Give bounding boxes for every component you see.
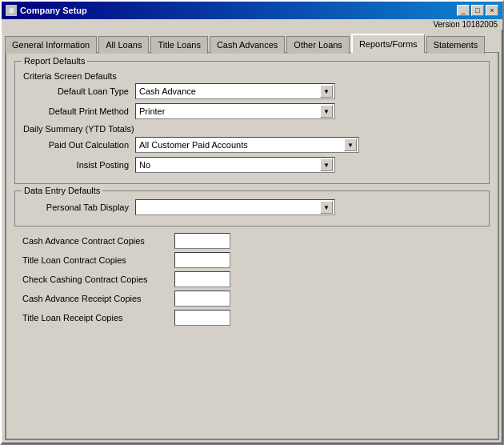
title-buttons: _ □ × xyxy=(457,5,498,16)
close-button[interactable]: × xyxy=(486,5,498,16)
print-method-dropdown-arrow[interactable]: ▼ xyxy=(320,105,333,118)
tab-other-loans[interactable]: Other Loans xyxy=(286,36,350,54)
tab-general-information-label: General Information xyxy=(12,40,90,50)
version-bar: Version 10182005 xyxy=(2,19,502,30)
data-entry-defaults-title: Data Entry Defaults xyxy=(22,186,102,195)
main-window: 🖥 Company Setup _ □ × Version 10182005 G… xyxy=(0,0,504,445)
personal-tab-label: Personal Tab Display xyxy=(23,202,135,212)
title-bar-left: 🖥 Company Setup xyxy=(6,5,87,16)
criteria-section-label: Criteria Screen Defaults xyxy=(23,71,481,81)
loan-type-dropdown-arrow[interactable]: ▼ xyxy=(320,85,333,98)
title-loan-receipt-input[interactable] xyxy=(174,310,230,326)
paid-out-dropdown-arrow[interactable]: ▼ xyxy=(344,138,357,151)
print-method-row: Default Print Method Printer ▼ xyxy=(23,103,481,119)
personal-tab-dropdown[interactable]: ▼ xyxy=(135,199,335,215)
print-method-label: Default Print Method xyxy=(23,106,135,116)
cash-advance-contract-input[interactable] xyxy=(174,233,230,249)
tab-reports-forms-label: Reports/Forms xyxy=(359,39,418,49)
print-method-value: Printer xyxy=(139,106,320,116)
tab-title-loans-label: Title Loans xyxy=(158,40,200,50)
tab-cash-advances[interactable]: Cash Advances xyxy=(210,36,285,54)
window-icon: 🖥 xyxy=(6,5,17,16)
copies-section: Cash Advance Contract Copies Title Loan … xyxy=(14,233,490,326)
tab-title-loans[interactable]: Title Loans xyxy=(150,36,207,54)
report-defaults-group: Report Defaults Criteria Screen Defaults… xyxy=(14,61,490,184)
tab-cash-advances-label: Cash Advances xyxy=(217,40,278,50)
personal-tab-dropdown-arrow[interactable]: ▼ xyxy=(320,201,333,214)
title-loan-contract-input[interactable] xyxy=(174,252,230,268)
check-cashing-contract-label: Check Cashing Contract Copies xyxy=(22,275,174,284)
tabs-row: General Information All Loans Title Loan… xyxy=(2,30,502,52)
tab-general-information[interactable]: General Information xyxy=(5,36,97,54)
insist-posting-dropdown[interactable]: No ▼ xyxy=(135,157,335,173)
data-entry-defaults-group: Data Entry Defaults Personal Tab Display… xyxy=(14,190,490,227)
cash-advance-receipt-row: Cash Advance Receipt Copies xyxy=(22,291,490,307)
version-text: Version 10182005 xyxy=(433,20,498,29)
tab-statements-label: Statements xyxy=(434,40,478,50)
tab-all-loans[interactable]: All Loans xyxy=(98,36,149,54)
minimize-button[interactable]: _ xyxy=(457,5,470,16)
maximize-button[interactable]: □ xyxy=(471,5,484,16)
loan-type-value: Cash Advance xyxy=(139,86,320,96)
cash-advance-contract-label: Cash Advance Contract Copies xyxy=(22,236,174,246)
tab-all-loans-label: All Loans xyxy=(106,40,142,50)
paid-out-row: Paid Out Calculation All Customer Paid A… xyxy=(23,137,481,153)
title-bar: 🖥 Company Setup _ □ × xyxy=(2,2,502,19)
tab-statements[interactable]: Statements xyxy=(426,36,486,54)
tab-other-loans-label: Other Loans xyxy=(294,40,342,50)
paid-out-value: All Customer Paid Accounts xyxy=(139,140,344,150)
check-cashing-contract-input[interactable] xyxy=(174,271,230,287)
paid-out-label: Paid Out Calculation xyxy=(23,140,135,150)
title-loan-receipt-label: Title Loan Receipt Copies xyxy=(22,313,174,323)
loan-type-dropdown[interactable]: Cash Advance ▼ xyxy=(135,83,335,99)
loan-type-row: Default Loan Type Cash Advance ▼ xyxy=(23,83,481,99)
insist-posting-label: Insist Posting xyxy=(23,160,135,170)
daily-summary-section-label: Daily Summary (YTD Totals) xyxy=(23,124,481,134)
paid-out-dropdown[interactable]: All Customer Paid Accounts ▼ xyxy=(135,137,359,153)
title-loan-contract-row: Title Loan Contract Copies xyxy=(22,252,490,268)
loan-type-label: Default Loan Type xyxy=(23,86,135,96)
window-title: Company Setup xyxy=(20,6,87,15)
cash-advance-receipt-label: Cash Advance Receipt Copies xyxy=(22,294,174,303)
title-loan-contract-label: Title Loan Contract Copies xyxy=(22,255,174,265)
cash-advance-contract-row: Cash Advance Contract Copies xyxy=(22,233,490,249)
check-cashing-contract-row: Check Cashing Contract Copies xyxy=(22,271,490,287)
report-defaults-title: Report Defaults xyxy=(22,56,87,66)
print-method-dropdown[interactable]: Printer ▼ xyxy=(135,103,335,119)
content-area: Report Defaults Criteria Screen Defaults… xyxy=(5,52,499,440)
title-loan-receipt-row: Title Loan Receipt Copies xyxy=(22,310,490,326)
personal-tab-row: Personal Tab Display ▼ xyxy=(23,199,481,215)
insist-posting-dropdown-arrow[interactable]: ▼ xyxy=(320,158,333,171)
insist-posting-value: No xyxy=(139,160,320,170)
tab-reports-forms[interactable]: Reports/Forms xyxy=(351,34,425,53)
cash-advance-receipt-input[interactable] xyxy=(174,291,230,307)
insist-posting-row: Insist Posting No ▼ xyxy=(23,157,481,173)
